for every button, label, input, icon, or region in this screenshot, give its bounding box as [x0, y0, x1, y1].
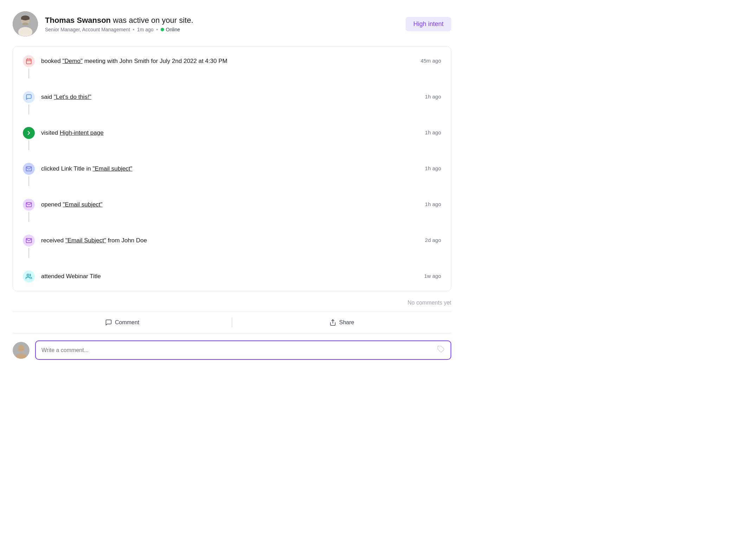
timeline-left-received [23, 235, 35, 258]
booked-link[interactable]: "Demo" [63, 58, 83, 64]
mail-recv-icon [23, 235, 35, 247]
no-comments: No comments yet [13, 300, 451, 306]
comment-button[interactable]: Comment [13, 317, 232, 328]
header-info: Thomas Swanson was active on your site. … [45, 15, 193, 33]
timeline-line [28, 69, 29, 78]
header-left: Thomas Swanson was active on your site. … [13, 11, 193, 37]
timeline-left-clicked [23, 163, 35, 186]
comment-row [13, 340, 451, 360]
visited-link[interactable]: High-intent page [60, 129, 104, 136]
said-link[interactable]: "Let's do this!" [54, 94, 91, 100]
time-ago: 1m ago [137, 27, 154, 32]
timeline-card: booked "Demo" meeting with John Smith fo… [13, 46, 451, 291]
chat-icon [23, 91, 35, 103]
avatar [13, 11, 38, 37]
online-badge: Online [161, 27, 180, 32]
user-role: Senior Manager, Account Management [45, 27, 130, 32]
timeline-text-clicked: clicked Link Title in "Email subject" [41, 165, 133, 172]
actions-bar: Comment Share [13, 312, 451, 333]
mail-click-icon [23, 163, 35, 175]
timeline-item-attended: attended Webinar Title 1w ago [23, 270, 441, 282]
timeline-row-clicked: clicked Link Title in "Email subject" 1h… [41, 163, 441, 173]
comment-label: Comment [115, 319, 139, 326]
timeline-row-booked: booked "Demo" meeting with John Smith fo… [41, 55, 441, 65]
mail-open-icon [23, 199, 35, 211]
header: Thomas Swanson was active on your site. … [13, 11, 451, 37]
intent-badge: High intent [406, 17, 451, 31]
svg-point-7 [22, 23, 28, 25]
timeline-item-opened: opened "Email subject" 1h ago [23, 199, 441, 235]
svg-rect-8 [26, 59, 31, 64]
comment-input[interactable] [41, 347, 434, 353]
header-title: Thomas Swanson was active on your site. [45, 15, 193, 26]
comment-input-wrap[interactable] [35, 340, 451, 360]
timeline-text-attended: attended Webinar Title [41, 273, 101, 280]
timeline-left-visited [23, 127, 35, 150]
timeline-item-visited: visited High-intent page 1h ago [23, 127, 441, 163]
tag-icon [437, 345, 445, 355]
timeline-row-received: received "Email Subject" from John Doe 2… [41, 235, 441, 245]
visited-time: 1h ago [409, 127, 441, 135]
timeline-content-received: received "Email Subject" from John Doe [41, 235, 409, 245]
timeline-row-visited: visited High-intent page 1h ago [41, 127, 441, 137]
commenter-avatar [13, 342, 30, 359]
timeline-text-visited: visited High-intent page [41, 129, 104, 136]
share-button[interactable]: Share [232, 317, 451, 328]
timeline-item-said: said "Let's do this!" 1h ago [23, 91, 441, 127]
calendar-icon [23, 55, 35, 67]
timeline-content-said: said "Let's do this!" [41, 91, 409, 101]
timeline-row-attended: attended Webinar Title 1w ago [41, 270, 441, 281]
received-link[interactable]: "Email Subject" [65, 237, 106, 244]
said-time: 1h ago [409, 91, 441, 100]
online-dot [161, 28, 164, 31]
share-label: Share [339, 319, 354, 326]
timeline-line [28, 104, 29, 114]
svg-point-12 [27, 274, 29, 276]
opened-link[interactable]: "Email subject" [63, 201, 102, 208]
timeline-left-said [23, 91, 35, 114]
header-meta: Senior Manager, Account Management 1m ag… [45, 27, 193, 32]
clicked-time: 1h ago [409, 163, 441, 171]
timeline-item-clicked: clicked Link Title in "Email subject" 1h… [23, 163, 441, 199]
svg-point-15 [18, 345, 24, 351]
timeline-row-said: said "Let's do this!" 1h ago [41, 91, 441, 101]
online-status: Online [166, 27, 180, 32]
timeline-row-opened: opened "Email subject" 1h ago [41, 199, 441, 209]
timeline-item-booked: booked "Demo" meeting with John Smith fo… [23, 55, 441, 91]
svg-rect-6 [21, 18, 30, 20]
timeline-left-opened [23, 199, 35, 222]
timeline-line [28, 176, 29, 186]
timeline-left-attended [23, 270, 35, 282]
arrow-icon [23, 127, 35, 139]
comment-icon [105, 319, 112, 326]
svg-point-4 [18, 27, 32, 36]
dot-separator-2 [156, 29, 158, 30]
booked-time: 45m ago [409, 55, 441, 64]
timeline-content-opened: opened "Email subject" [41, 199, 409, 209]
timeline-item-received: received "Email Subject" from John Doe 2… [23, 235, 441, 270]
timeline-content-visited: visited High-intent page [41, 127, 409, 137]
webinar-icon [23, 270, 35, 282]
timeline-left-booked [23, 55, 35, 78]
timeline-line [28, 212, 29, 222]
timeline-content-attended: attended Webinar Title [41, 270, 409, 281]
timeline-content-clicked: clicked Link Title in "Email subject" [41, 163, 409, 173]
share-icon [329, 319, 336, 326]
timeline-line [28, 140, 29, 150]
timeline-text-said: said "Let's do this!" [41, 94, 91, 100]
timeline-content-booked: booked "Demo" meeting with John Smith fo… [41, 55, 409, 65]
dot-separator-1 [133, 29, 134, 30]
clicked-link[interactable]: "Email subject" [92, 165, 132, 172]
received-time: 2d ago [409, 235, 441, 243]
timeline-line [28, 248, 29, 258]
timeline-text-opened: opened "Email subject" [41, 201, 103, 208]
user-name: Thomas Swanson [45, 16, 111, 25]
timeline-text-received: received "Email Subject" from John Doe [41, 237, 147, 244]
attended-time: 1w ago [409, 270, 441, 279]
timeline-text-booked: booked "Demo" meeting with John Smith fo… [41, 58, 227, 64]
opened-time: 1h ago [409, 199, 441, 207]
activity-text: was active on your site. [111, 16, 193, 25]
